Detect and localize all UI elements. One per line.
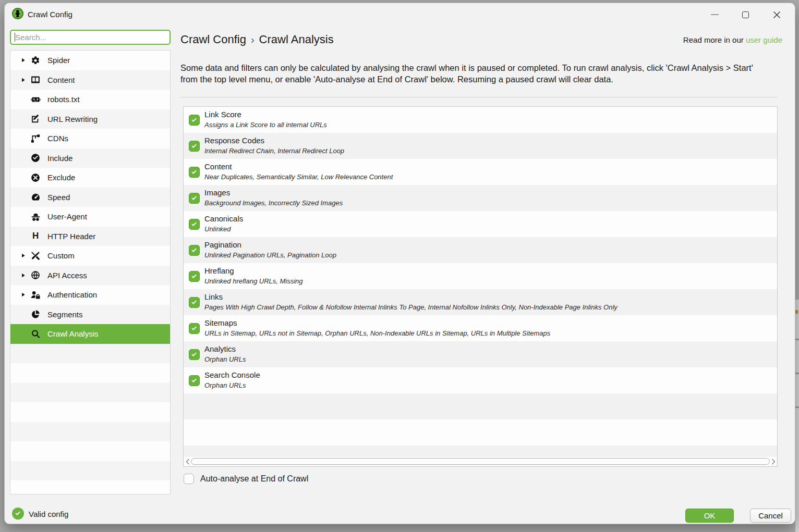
response-codes-checkbox[interactable]: [189, 141, 200, 152]
sidebar-empty-stripe: [10, 402, 170, 422]
crawl-config-dialog: Crawl Config SpiderContentrobots.txtURL …: [4, 3, 795, 524]
sidebar-item-url-rewriting[interactable]: URL Rewriting: [10, 109, 170, 129]
scroll-right-icon[interactable]: [770, 457, 777, 466]
sidebar-item-api-access[interactable]: API Access: [10, 266, 170, 286]
sidebar-nav: SpiderContentrobots.txtURL RewritingCDNs…: [10, 50, 171, 494]
cancel-button[interactable]: Cancel: [750, 509, 791, 523]
sidebar-item-spider[interactable]: Spider: [10, 51, 170, 70]
check-circle-icon: [29, 153, 42, 163]
edit-icon: [29, 114, 42, 123]
analysis-empty-stripe: [184, 393, 777, 419]
config-status-label: Valid config: [29, 510, 68, 518]
analysis-row-analytics: AnalyticsOrphan URLs: [184, 341, 777, 367]
sidebar-item-robots-txt[interactable]: robots.txt: [10, 90, 170, 109]
ok-button[interactable]: OK: [685, 509, 734, 523]
robot-icon: [29, 95, 42, 104]
analysis-row-content: ContentNear Duplicates, Semantically Sim…: [184, 159, 777, 185]
scrollbar-track[interactable]: [191, 458, 770, 465]
images-checkbox[interactable]: [189, 193, 200, 204]
sidebar-item-cdns[interactable]: CDNs: [10, 129, 170, 149]
expand-arrow-icon[interactable]: [17, 253, 29, 258]
sidebar-item-user-agent[interactable]: User-Agent: [10, 207, 170, 227]
analysis-item-description: Near Duplicates, Semantically Similar, L…: [204, 173, 393, 181]
sidebar-empty-stripe: [10, 441, 170, 461]
text-caret: [15, 33, 15, 42]
analysis-row-pagination: PaginationUnlinked Pagination URLs, Pagi…: [184, 237, 777, 263]
link-score-checkbox[interactable]: [189, 115, 200, 126]
pagination-checkbox[interactable]: [189, 245, 200, 256]
sitemaps-checkbox[interactable]: [189, 323, 200, 334]
divider: [180, 97, 778, 97]
sidebar-item-label: Content: [47, 76, 75, 84]
sidebar-item-custom[interactable]: Custom: [10, 246, 170, 266]
sidebar-empty-stripe: [10, 422, 170, 442]
analysis-item-description: Pages With High Crawl Depth, Follow & No…: [204, 303, 618, 311]
search-input[interactable]: [10, 30, 171, 45]
expand-arrow-icon[interactable]: [17, 77, 29, 83]
breadcrumb: Crawl Config›Crawl Analysis: [180, 33, 334, 46]
sidebar-item-label: Spider: [47, 56, 70, 65]
sidebar-item-include[interactable]: Include: [10, 149, 170, 168]
sidebar-item-label: Exclude: [47, 173, 75, 182]
read-more: Read more in our user guide: [683, 35, 782, 44]
links-checkbox[interactable]: [189, 297, 200, 308]
auto-analyse-row: Auto-analyse at End of Crawl: [184, 474, 308, 484]
minimize-button[interactable]: [703, 3, 727, 26]
analysis-item-title: Pagination: [204, 240, 336, 249]
pie-chart-icon: [29, 310, 42, 319]
spy-icon: [29, 212, 42, 221]
sidebar-item-label: Segments: [47, 310, 83, 319]
scroll-left-icon[interactable]: [184, 457, 191, 466]
sidebar-item-speed[interactable]: Speed: [10, 188, 170, 207]
scrollbar-thumb[interactable]: [191, 458, 770, 465]
title-bar: Crawl Config: [5, 3, 795, 26]
analysis-item-title: Response Codes: [204, 136, 344, 145]
analysis-item-title: Sitemaps: [204, 318, 550, 327]
sidebar-item-http-header[interactable]: HHTTP Header: [10, 227, 170, 246]
analysis-item-description: Internal Redirect Chain, Internal Redire…: [204, 147, 344, 155]
breadcrumb-separator: ›: [246, 34, 259, 45]
letter-h-icon: H: [29, 231, 42, 241]
expand-arrow-icon[interactable]: [17, 273, 29, 278]
hreflang-checkbox[interactable]: [189, 271, 200, 282]
horizontal-scrollbar[interactable]: [184, 457, 777, 466]
content-checkbox[interactable]: [189, 167, 200, 178]
analysis-item-description: Background Images, Incorrectly Sized Ima…: [204, 199, 343, 207]
search-console-checkbox[interactable]: [189, 375, 200, 386]
analysis-empty-stripe: [184, 419, 777, 446]
sidebar-item-label: robots.txt: [47, 95, 80, 104]
page-description: Some data and filters can only be calcul…: [180, 63, 771, 85]
canonicals-checkbox[interactable]: [189, 219, 200, 230]
sidebar-item-authentication[interactable]: Authentication: [10, 285, 170, 305]
analysis-row-canonicals: CanonicalsUnlinked: [184, 211, 777, 237]
analysis-list: Link ScoreAssigns a Link Score to all in…: [183, 106, 778, 467]
analysis-row-sitemaps: SitemapsURLs in Sitemap, URLs not in Sit…: [184, 315, 777, 341]
analysis-item-description: URLs in Sitemap, URLs not in Sitemap, Or…: [204, 329, 550, 337]
sidebar-item-label: Authentication: [47, 290, 97, 299]
sidebar-empty-stripe: [10, 344, 170, 364]
sidebar-item-segments[interactable]: Segments: [10, 305, 170, 325]
analytics-checkbox[interactable]: [189, 349, 200, 360]
sidebar-item-label: CDNs: [47, 134, 68, 143]
tools-icon: [29, 251, 42, 261]
user-lock-icon: [29, 290, 42, 300]
user-guide-link[interactable]: user guide: [746, 35, 782, 44]
sidebar-item-crawl-analysis[interactable]: Crawl Analysis: [10, 324, 170, 344]
expand-arrow-icon[interactable]: [17, 57, 29, 63]
maximize-button[interactable]: [733, 3, 757, 26]
speedometer-icon: [29, 192, 42, 202]
analysis-item-description: Unlinked Pagination URLs, Pagination Loo…: [204, 251, 336, 259]
close-button[interactable]: [765, 3, 789, 26]
frog-logo-icon: [12, 8, 23, 19]
expand-arrow-icon[interactable]: [17, 292, 29, 298]
analysis-item-description: Orphan URLs: [204, 355, 246, 363]
sidebar-item-exclude[interactable]: Exclude: [10, 168, 170, 188]
analysis-row-links: LinksPages With High Crawl Depth, Follow…: [184, 289, 777, 315]
page-title: Crawl Analysis: [259, 33, 334, 46]
auto-analyse-checkbox[interactable]: [184, 474, 194, 484]
sidebar-item-content[interactable]: Content: [10, 70, 170, 90]
read-more-text: Read more in our: [683, 35, 744, 44]
columns-icon: [29, 75, 42, 84]
analysis-row-images: ImagesBackground Images, Incorrectly Siz…: [184, 185, 777, 211]
globe-icon: [29, 270, 42, 280]
